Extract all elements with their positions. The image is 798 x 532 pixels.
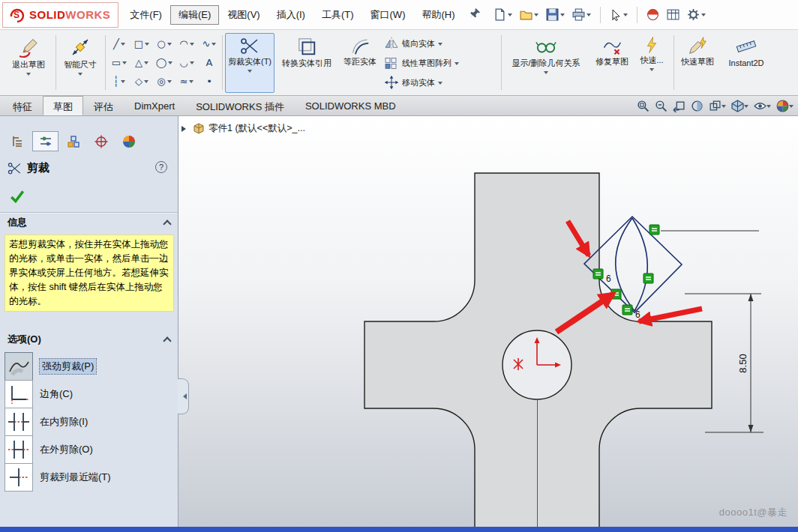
tool-text-button[interactable]: A [198, 53, 220, 72]
menu-item-window[interactable]: 窗口(W) [362, 5, 414, 25]
repair-sketch-button[interactable]: 修复草图 [592, 33, 632, 93]
configuration-manager-tab[interactable] [60, 131, 86, 151]
tab-solidworks-addins[interactable]: SOLIDWORKS 插件 [185, 96, 295, 115]
view-orientation-button[interactable] [709, 100, 726, 112]
move-entities-button[interactable]: 移动实体 [384, 73, 498, 92]
trim-outside-icon[interactable] [4, 435, 33, 464]
tab-solidworks-mbd[interactable]: SOLIDWORKS MBD [295, 96, 406, 115]
rapid-sketch-button[interactable]: 快速草图 [678, 33, 717, 93]
tool-fillet-button[interactable]: ◡ [176, 53, 198, 72]
tool-circle-alt-button[interactable]: ◎ [153, 72, 176, 91]
select-dropdown[interactable] [623, 13, 628, 19]
convert-entities-button[interactable]: 转换实体引用 [278, 33, 336, 93]
save-button[interactable] [544, 6, 567, 23]
print-button[interactable] [570, 6, 593, 23]
trim-closest-icon[interactable] [4, 463, 33, 492]
settings-gear-button[interactable] [685, 6, 708, 23]
repair-sketch-icon [602, 36, 622, 55]
menu-item-file[interactable]: 文件(F) [122, 5, 170, 25]
ds-logo-icon: S [8, 6, 26, 24]
pin-menu-icon[interactable] [470, 7, 481, 22]
tool-point-button[interactable]: • [198, 72, 220, 91]
previous-view-icon[interactable] [673, 100, 686, 112]
appearance-sphere-button[interactable] [644, 6, 662, 23]
rapid-button[interactable]: 快速... [633, 33, 670, 93]
section-view-icon[interactable] [691, 100, 704, 112]
trim-inside-icon[interactable] [4, 408, 33, 436]
tool-circle-button[interactable]: ○ [153, 34, 176, 53]
rapid-dropdown[interactable] [650, 68, 654, 73]
display-style-button[interactable] [731, 100, 748, 112]
pm-title: 剪裁 [8, 161, 50, 175]
instant2d-button[interactable]: Instant2D [720, 33, 772, 93]
edit-appearance-button[interactable] [776, 100, 794, 112]
menu-item-edit[interactable]: 编辑(E) [170, 5, 219, 25]
tab-evaluate[interactable]: 评估 [83, 96, 124, 115]
tab-features[interactable]: 特征 [2, 96, 43, 115]
model-sketch-canvas[interactable]: 6 6 8.50 [178, 116, 798, 527]
option-trim-away-inside[interactable]: 在内剪除(I) [4, 408, 88, 436]
print-dropdown[interactable] [586, 13, 591, 19]
options-table-button[interactable] [664, 6, 682, 23]
open-button[interactable] [518, 6, 541, 23]
select-arrow-button[interactable] [608, 7, 630, 23]
graphics-viewport[interactable]: 零件1 (默认<<默认>_... [178, 116, 798, 527]
new-document-dropdown[interactable] [508, 13, 512, 19]
menu-item-insert[interactable]: 插入(I) [268, 5, 314, 25]
collapse-chevron-icon[interactable] [163, 220, 171, 228]
tool-ellipse-button[interactable]: ◯ [153, 53, 176, 72]
property-manager-tab[interactable] [32, 131, 58, 151]
help-button[interactable]: ? [155, 161, 167, 173]
panel-splitter-handle[interactable] [178, 378, 189, 414]
trim-entities-button[interactable]: 剪裁实体(T) [225, 33, 274, 93]
save-dropdown[interactable] [560, 13, 565, 19]
zoom-area-icon[interactable] [655, 100, 668, 112]
pm-divider [0, 212, 178, 214]
linear-sketch-pattern-button[interactable]: 线性草图阵列 [384, 53, 498, 73]
open-dropdown[interactable] [534, 13, 538, 19]
trim-entities-dropdown[interactable] [248, 70, 252, 75]
menu-item-help[interactable]: 帮助(H) [413, 5, 463, 25]
smart-dimension-button[interactable]: 智能尺寸 [58, 33, 102, 93]
exit-sketch-dropdown[interactable] [26, 73, 31, 78]
mirror-entities-button[interactable]: 镜向实体 [384, 34, 498, 53]
mirror-entities-icon [384, 36, 399, 51]
ok-button[interactable] [9, 188, 26, 208]
display-manager-tab[interactable] [116, 131, 142, 151]
settings-dropdown[interactable] [701, 13, 706, 19]
tool-arc-button[interactable]: ◠ [176, 34, 198, 53]
tool-rectangle-button[interactable]: □ [130, 34, 153, 53]
zoom-fit-icon[interactable] [637, 100, 650, 112]
display-delete-relations-button[interactable]: 显示/删除几何关系 [504, 33, 588, 93]
menu-item-tools[interactable]: 工具(T) [314, 5, 362, 25]
tab-sketch[interactable]: 草图 [43, 96, 83, 115]
tool-line-button[interactable]: ╱ [108, 34, 130, 53]
option-power-trim[interactable]: 强劲剪裁(P) [4, 352, 96, 381]
tool-spline-button[interactable]: ∿ [198, 34, 220, 53]
tool-polygon-button[interactable]: △ [130, 53, 153, 72]
option-corner[interactable]: 边角(C) [4, 380, 73, 408]
dimension-text[interactable]: 8.50 [737, 354, 748, 372]
tool-centerline-button[interactable]: ┆ [108, 72, 130, 91]
relations-dropdown[interactable] [544, 71, 548, 76]
corner-trim-icon[interactable] [4, 380, 33, 408]
options-section-header[interactable]: 选项(O) [8, 333, 170, 346]
tool-slot-button[interactable]: ▭ [108, 53, 130, 72]
tool-plane-button[interactable]: ◇ [130, 72, 153, 91]
ribbon-separator [56, 35, 56, 90]
smart-dimension-dropdown[interactable] [78, 73, 82, 78]
feature-tree-tab[interactable] [4, 131, 31, 151]
option-trim-away-outside[interactable]: 在外剪除(O) [4, 435, 93, 464]
exit-sketch-button[interactable]: 退出草图 [4, 33, 52, 93]
collapse-chevron-icon[interactable] [163, 336, 171, 345]
dimxpert-manager-tab[interactable] [88, 131, 114, 151]
tab-dimxpert[interactable]: DimXpert [124, 96, 185, 115]
menu-item-view[interactable]: 视图(V) [219, 5, 268, 25]
new-document-button[interactable] [491, 6, 514, 23]
offset-entities-button[interactable]: 等距实体 [340, 33, 380, 93]
option-trim-to-closest[interactable]: 剪裁到最近端(T) [4, 463, 111, 492]
power-trim-icon[interactable] [4, 352, 33, 381]
tool-curve-button[interactable]: ≈ [176, 72, 198, 91]
hide-show-items-button[interactable] [754, 100, 771, 112]
message-section-header[interactable]: 信息 [8, 216, 170, 229]
